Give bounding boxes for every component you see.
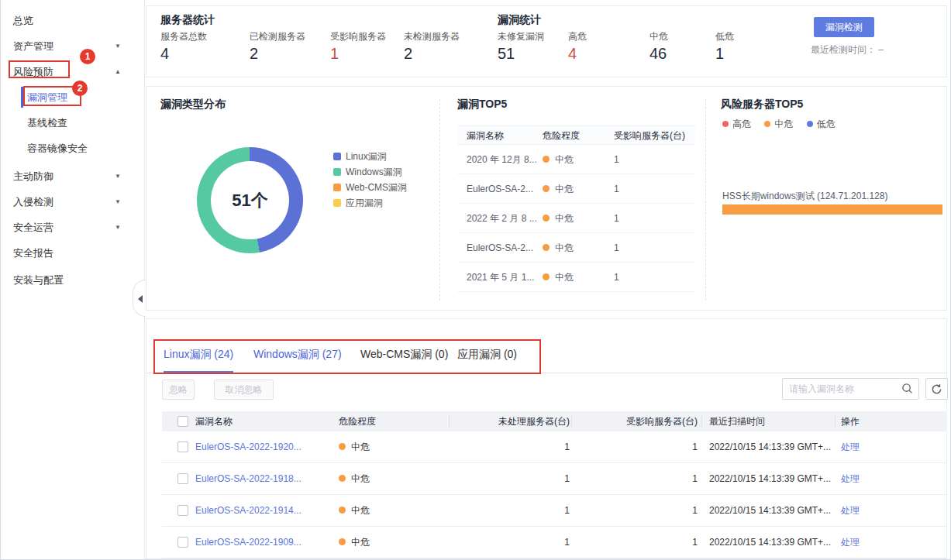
handle-link[interactable]: 处理 (841, 431, 860, 463)
stat-unfixed-vulns: 未修复漏洞51 (498, 30, 544, 63)
top5-row: 2021 年 5 月 1...中危1 (457, 263, 695, 292)
legend-item-windows[interactable]: Windows漏洞 (333, 164, 407, 180)
legend-item-app[interactable]: 应用漏洞 (333, 195, 407, 211)
legend-item-high[interactable]: 高危 (722, 118, 751, 131)
header-divider (449, 416, 450, 427)
handle-link[interactable]: 处理 (841, 495, 860, 527)
search-icon[interactable] (901, 383, 913, 397)
row-checkbox[interactable] (177, 473, 188, 484)
search-input[interactable] (789, 379, 898, 399)
tab-windows-vulns[interactable]: Windows漏洞 (27) (253, 339, 342, 373)
stats-card: 服务器统计 服务器总数4 已检测服务器2 受影响服务器1 未检测服务器2 漏洞统… (146, 5, 947, 77)
sidebar-item-overview[interactable]: 总览 (1, 11, 145, 31)
donut-center-label: 51个 (211, 161, 289, 239)
top5-row: 2022 年 2 月 8 ...中危1 (457, 204, 695, 233)
last-check-time: 最近检测时间： – (811, 43, 884, 57)
risk-server-label: HSS长期windows测试 (124.71.201.128) (722, 190, 887, 203)
table-row: EulerOS-SA-2022-1918... 中危 1 1 2022/10/1… (162, 463, 947, 495)
sidebar-collapse-handle[interactable] (133, 280, 146, 317)
vuln-name-link[interactable]: EulerOS-SA-2022-1918... (195, 463, 301, 495)
type-distribution-title: 漏洞类型分布 (160, 98, 226, 112)
legend-swatch (333, 184, 341, 191)
vuln-detect-button[interactable]: 漏洞检测 (814, 17, 874, 37)
sidebar-item-container-image-security[interactable]: 容器镜像安全 (1, 139, 145, 159)
stat-scanned-servers: 已检测服务器2 (250, 30, 305, 63)
tab-webcms-vulns[interactable]: Web-CMS漏洞 (0) (360, 339, 448, 373)
sidebar-item-baseline-check[interactable]: 基线检查 (1, 113, 145, 133)
donut-legend: Linux漏洞 Windows漏洞 Web-CMS漏洞 应用漏洞 (333, 149, 407, 211)
chevron-down-icon: ▼ (115, 192, 121, 212)
vuln-name-link[interactable]: EulerOS-SA-2022-1909... (195, 527, 301, 558)
row-checkbox[interactable] (177, 441, 188, 452)
stat-low-risk: 低危1 (715, 30, 734, 63)
header-divider (571, 416, 572, 427)
legend-item-medium[interactable]: 中危 (764, 118, 793, 131)
stat-high-risk: 高危4 (568, 30, 587, 63)
severity-medium-dot (543, 244, 550, 251)
legend-item-linux[interactable]: Linux漏洞 (333, 149, 407, 164)
sidebar-item-intrusion-detection[interactable]: 入侵检测▼ (1, 192, 145, 212)
cancel-ignore-button[interactable]: 取消忽略 (214, 380, 274, 400)
refresh-icon (931, 383, 942, 395)
risk-servers-legend: 高危 中危 低危 (722, 118, 846, 131)
sidebar-item-install-config[interactable]: 安装与配置 (1, 270, 145, 290)
vuln-name-link[interactable]: EulerOS-SA-2022-1920... (195, 431, 301, 463)
header-divider (835, 416, 836, 427)
risk-server-bar-track (722, 204, 942, 215)
legend-item-low[interactable]: 低危 (807, 118, 836, 131)
sidebar-item-assets[interactable]: 资产管理▼ (1, 36, 145, 57)
stat-medium-risk: 中危46 (650, 30, 668, 63)
severity-medium-dot (339, 475, 346, 482)
divider (705, 99, 706, 301)
severity-medium-dot (339, 538, 346, 545)
chevron-down-icon: ▼ (115, 218, 121, 238)
vuln-type-donut: 51个 (197, 147, 303, 253)
severity-medium-dot (339, 507, 346, 514)
table-header-row: 漏洞名称 危险程度 未处理服务器(台) 受影响服务器(台) 最近扫描时间 操作 (162, 411, 947, 431)
severity-medium-dot (543, 215, 550, 222)
refresh-button[interactable] (925, 378, 948, 400)
tab-linux-vulns[interactable]: Linux漏洞 (24) (164, 339, 233, 373)
stat-affected-servers: 受影响服务器1 (330, 30, 386, 63)
legend-dot (807, 121, 813, 127)
sidebar-item-security-report[interactable]: 安全报告 (1, 243, 145, 263)
row-checkbox[interactable] (177, 505, 188, 516)
severity-medium-dot (543, 156, 550, 163)
table-row: EulerOS-SA-2022-1914... 中危 1 1 2022/10/1… (162, 495, 947, 527)
sidebar-item-risk-prevention[interactable]: 风险预防▲ (1, 62, 145, 82)
vuln-top5-table: 漏洞名称 危险程度 受影响服务器(台) 2020 年 12月 8...中危1 E… (457, 125, 695, 292)
divider (439, 99, 440, 301)
sidebar: 总览 资产管理▼ 风险预防▲ 漏洞管理 基线检查 容器镜像安全 主动防御▼ 入侵… (1, 0, 145, 560)
chevron-up-icon: ▲ (115, 62, 121, 82)
tab-app-vulns[interactable]: 应用漏洞 (0) (457, 339, 517, 373)
vuln-top5-title: 漏洞TOP5 (457, 98, 507, 112)
sidebar-item-proactive-defense[interactable]: 主动防御▼ (1, 167, 145, 187)
vuln-stats-title: 漏洞统计 (498, 13, 541, 27)
sidebar-item-security-operations[interactable]: 安全运营▼ (1, 218, 145, 238)
risk-servers-title: 风险服务器TOP5 (721, 98, 803, 112)
charts-card: 漏洞类型分布 51个 Linux漏洞 Windows漏洞 Web-CMS漏洞 应… (146, 86, 947, 311)
ignore-button[interactable]: 忽略 (162, 380, 195, 400)
handle-link[interactable]: 处理 (841, 527, 860, 558)
vuln-table-card: Linux漏洞 (24) Windows漏洞 (27) Web-CMS漏洞 (0… (146, 318, 947, 559)
row-checkbox[interactable] (177, 537, 188, 548)
legend-dot (722, 121, 729, 127)
top5-row: 2020 年 12月 8...中危1 (457, 145, 695, 174)
stat-unscanned-servers: 未检测服务器2 (404, 30, 460, 63)
top5-row: EulerOS-SA-2...中危1 (457, 174, 695, 204)
vuln-name-link[interactable]: EulerOS-SA-2022-1914... (195, 495, 301, 527)
select-all-checkbox[interactable] (177, 416, 188, 427)
legend-item-webcms[interactable]: Web-CMS漏洞 (333, 180, 407, 195)
legend-swatch (333, 199, 341, 207)
tabs-underline (146, 373, 947, 373)
severity-medium-dot (339, 443, 346, 450)
handle-link[interactable]: 处理 (841, 463, 860, 495)
legend-swatch (333, 168, 341, 176)
hss-vulnerability-dashboard: 总览 资产管理▼ 风险预防▲ 漏洞管理 基线检查 容器镜像安全 主动防御▼ 入侵… (0, 0, 951, 560)
top5-row: EulerOS-SA-2...中危1 (457, 233, 695, 263)
legend-dot (764, 121, 770, 127)
server-stats-title: 服务器统计 (160, 13, 215, 27)
sidebar-item-vulnerability-management[interactable]: 漏洞管理 (1, 88, 145, 108)
legend-swatch (333, 153, 341, 160)
chevron-down-icon: ▼ (115, 167, 121, 187)
